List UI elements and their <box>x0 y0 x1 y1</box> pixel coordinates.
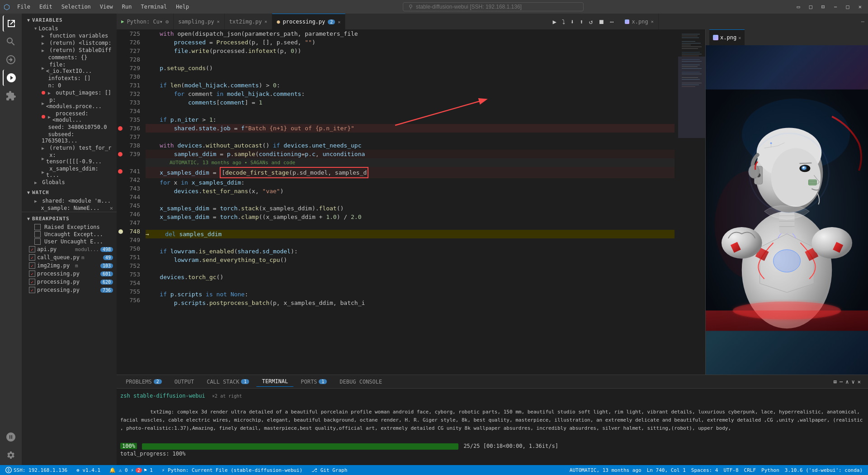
close-processing[interactable]: ✕ <box>338 19 340 24</box>
locals-header[interactable]: ▼ Locals <box>22 25 117 32</box>
bp-api-py[interactable]: api.py modul... 498 <box>22 245 117 253</box>
bp-uncaught[interactable]: Uncaught Except... <box>22 231 117 238</box>
var-return-stable[interactable]: ▶ (return) StableDiff <box>22 47 117 54</box>
bp-processing-601[interactable]: processing.py 601 <box>22 270 117 278</box>
step-into-btn[interactable]: ⬇ <box>569 17 576 26</box>
split-editor-btn[interactable]: ⊞ <box>834 379 837 385</box>
menu-view[interactable]: View <box>96 3 117 11</box>
bp-raised[interactable]: Raised Exceptions <box>22 223 117 231</box>
var-function[interactable]: ▶ function variables <box>22 32 117 39</box>
bp-raised-checkbox[interactable] <box>34 224 41 230</box>
bp-user-uncaught[interactable]: User Uncaught E... <box>22 238 117 245</box>
tab-problems[interactable]: PROBLEMS 2 <box>120 377 167 387</box>
status-git[interactable]: ⎇ Git Graph <box>310 467 349 473</box>
var-n: n: 0 <box>22 82 117 89</box>
status-python[interactable]: ⚡ Python: Current File (stable-diffusion… <box>160 467 304 473</box>
img-tab-x-png[interactable]: x.png ✕ <box>709 29 745 45</box>
status-spaces[interactable]: Spaces: 4 <box>689 467 720 473</box>
tab-python-runner[interactable]: ▶ Python: Cu▾ ⚙ <box>117 14 174 29</box>
close-x-png[interactable]: ✕ <box>651 19 654 24</box>
img-close-btn[interactable]: ✕ <box>738 35 741 40</box>
menu-file[interactable]: File <box>14 3 34 11</box>
tab-debug-console[interactable]: DEBUG CONSOLE <box>334 377 387 387</box>
tabs-more-btn[interactable]: ⋯ <box>861 19 868 25</box>
step-out-btn[interactable]: ⬆ <box>578 17 585 26</box>
layout-btn[interactable]: ⊡ <box>819 4 827 10</box>
status-encoding[interactable]: UTF-8 <box>722 467 740 473</box>
breakpoints-section: ▼ BREAKPOINTS Raised Exceptions Uncaught… <box>22 212 117 296</box>
menu-edit[interactable]: Edit <box>36 3 56 11</box>
close-txt2img[interactable]: ✕ <box>264 19 267 24</box>
code-line-726: processed = Processed(p, [], p.seed, "") <box>146 38 675 47</box>
tab-call-stack[interactable]: CALL STACK 1 <box>201 377 255 387</box>
status-position[interactable]: Ln 740, Col 1 <box>645 467 688 473</box>
bp-processing-736[interactable]: processing.py 736 <box>22 286 117 294</box>
maximize-btn[interactable]: □ <box>844 4 852 10</box>
more-btn[interactable]: ⋯ <box>608 17 615 26</box>
watch-header[interactable]: ▼ WATCH <box>22 186 117 197</box>
var-x-samples[interactable]: ▶ x_samples_ddim: t... <box>22 165 117 179</box>
debug-toolbar: ▶ ⤵ ⬇ ⬆ ↺ ⏹ ⋯ <box>548 17 618 26</box>
globals-header[interactable]: ▶ Globals <box>22 179 117 186</box>
minimize-btn[interactable]: − <box>831 4 840 10</box>
step-over-btn[interactable]: ⤵ <box>560 17 567 26</box>
stop-btn[interactable]: ⏹ <box>596 17 606 26</box>
terminal-more-btn[interactable]: ⋯ <box>840 379 843 385</box>
var-return-listcomp[interactable]: ▶ (return) <listcomp: <box>22 39 117 47</box>
search-input[interactable] <box>403 2 584 11</box>
status-line-ending[interactable]: CRLF <box>742 467 758 473</box>
bp-img2img[interactable]: img2img.py m 103 <box>22 261 117 270</box>
code-content: 725 726 727 728 <box>117 29 705 375</box>
var-p[interactable]: ▶ p: <modules.proce... <box>22 96 117 110</box>
var-output-images[interactable]: ▶ output_images: [] <box>22 89 117 96</box>
status-version[interactable]: ⊕ v1.4.1 <box>75 467 102 473</box>
menu-terminal[interactable]: Terminal <box>137 3 170 11</box>
status-ssh[interactable]: SSH: 192.168.1.136 <box>4 467 69 473</box>
tab-processing-py[interactable]: ● processing.py 2 ✕ <box>272 14 345 29</box>
close-sampling[interactable]: ✕ <box>217 19 220 24</box>
panel-up-btn[interactable]: ∧ <box>845 379 849 385</box>
code-editor[interactable]: 725 726 727 728 <box>117 29 705 375</box>
panel-close-btn[interactable]: ✕ <box>858 379 861 385</box>
watch-x-sample[interactable]: x_sample: NameE... ✕ <box>22 204 117 212</box>
tab-txt2img-py[interactable]: txt2img.py ✕ <box>225 14 272 29</box>
activity-search[interactable] <box>3 33 19 50</box>
tab-sampling-py[interactable]: sampling.py ✕ <box>174 14 225 29</box>
activity-explorer[interactable] <box>3 15 19 32</box>
var-return-test[interactable]: ▶ (return) test_for_r <box>22 144 117 152</box>
menu-help[interactable]: Help <box>172 3 193 11</box>
sidebar-toggle-btn[interactable]: ▭ <box>794 4 803 10</box>
var-x[interactable]: ▶ x: tensor([[[-0.9... <box>22 152 117 165</box>
panel-toggle-btn[interactable]: □ <box>807 4 815 10</box>
activity-debug[interactable] <box>3 70 19 86</box>
status-conda[interactable]: 3.10.6 ('sd-webui': conda) <box>783 467 864 473</box>
close-btn[interactable]: ✕ <box>856 4 864 10</box>
menu-selection[interactable]: Selection <box>58 3 94 11</box>
breakpoints-header[interactable]: ▼ BREAKPOINTS <box>22 212 117 223</box>
variables-header[interactable]: ▼ VARIABLES <box>22 14 117 25</box>
activity-remote[interactable] <box>3 429 19 445</box>
terminal-content[interactable]: zsh stable-diffusion-webui ×2 at right t… <box>117 389 868 465</box>
bp-call-queue[interactable]: call_queue.py m 49 <box>22 253 117 261</box>
status-icons[interactable]: 🔔 ⚠ 0 ⚡ 2 ⚑ 1 <box>108 467 155 473</box>
bp-user-checkbox[interactable] <box>34 238 41 245</box>
menu-run[interactable]: Run <box>118 3 136 11</box>
tab-output[interactable]: OUTPUT <box>169 377 199 387</box>
bp-uncaught-checkbox[interactable] <box>34 231 41 238</box>
bp-processing-620[interactable]: processing.py 620 <box>22 278 117 286</box>
settings-icon[interactable]: ⚙ <box>165 19 169 25</box>
var-processed[interactable]: ▶ processed: <modul... <box>22 110 117 124</box>
restart-btn[interactable]: ↺ <box>587 17 594 26</box>
watch-shared[interactable]: ▶ shared: <module 'm... <box>22 197 117 204</box>
tab-terminal[interactable]: TERMINAL <box>256 376 293 387</box>
status-language[interactable]: Python <box>760 467 781 473</box>
panel-down-btn[interactable]: ∨ <box>852 379 855 385</box>
tab-ports[interactable]: PORTS 1 <box>295 377 332 387</box>
activity-git[interactable] <box>3 52 19 68</box>
var-file[interactable]: ▶ file: <_io.TextIO... <box>22 61 117 75</box>
activity-extensions[interactable] <box>3 88 19 104</box>
status-autosave[interactable]: AUTOMATIC, 13 months ago <box>568 467 643 473</box>
activity-settings[interactable] <box>3 447 19 463</box>
tab-x-png[interactable]: x.png ✕ <box>620 14 659 29</box>
continue-btn[interactable]: ▶ <box>551 17 558 26</box>
